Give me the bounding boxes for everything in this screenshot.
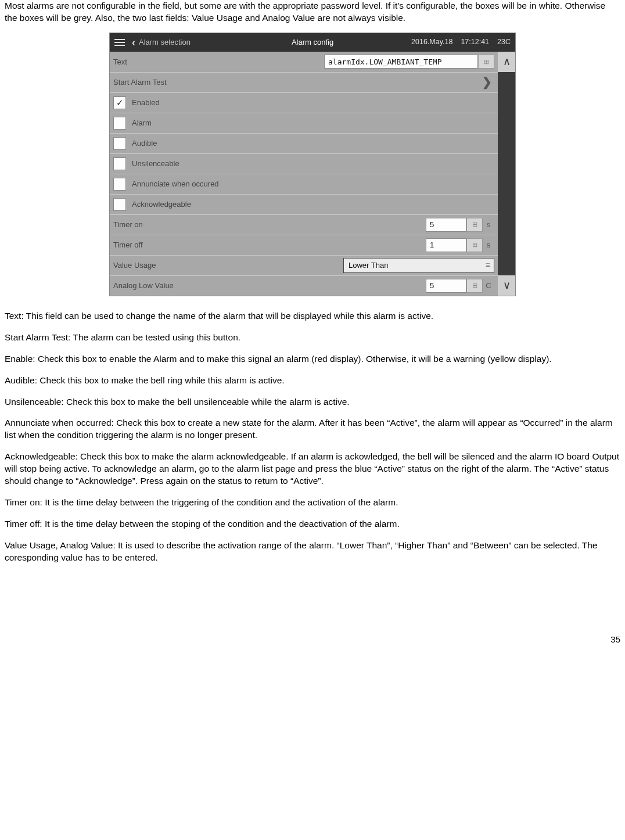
header-date: 2016.May.18 [411, 37, 452, 47]
text-input[interactable]: alarmIdx.LOW_AMBIANT_TEMP [324, 55, 478, 69]
desc-text: Text: This field can be used to change t… [5, 310, 620, 322]
chevron-right-icon: ❯ [482, 74, 494, 90]
enabled-checkbox[interactable]: ✓ [113, 96, 126, 109]
desc-audible: Audible: Check this box to make the bell… [5, 375, 620, 387]
desc-acknowledgeable: Acknowledgeable: Check this box to make … [5, 451, 620, 487]
row-value-usage: Value Usage Lower Than ≡ [110, 255, 498, 275]
analog-low-unit: C [483, 281, 494, 291]
timer-on-input[interactable]: 5 [426, 218, 466, 232]
acknowledgeable-label: Acknowledgeable [132, 199, 191, 210]
screen-title: Alarm config [292, 37, 333, 48]
value-usage-value: Lower Than [349, 260, 388, 271]
scroll-thumb[interactable] [498, 72, 515, 184]
desc-value-usage: Value Usage, Analog Value: It is used to… [5, 540, 620, 564]
analog-low-input[interactable]: 5 [426, 279, 466, 293]
desc-annunciate: Annunciate when occurred: Check this box… [5, 417, 620, 441]
unsilenceable-label: Unsilenceable [132, 159, 179, 169]
header-temp: 23C [497, 37, 511, 47]
screen-header: ‹ Alarm selection Alarm config 2016.May.… [110, 33, 515, 52]
analog-low-label: Analog Low Value [113, 281, 174, 291]
keypad-icon[interactable]: ⊞ [466, 238, 483, 252]
timer-off-label: Timer off [113, 240, 143, 250]
keypad-icon[interactable]: ⊞ [478, 55, 494, 69]
desc-timer-on: Timer on: It is the time delay between t… [5, 497, 620, 509]
desc-timer-off: Timer off: It is the time delay between … [5, 518, 620, 530]
acknowledgeable-checkbox[interactable] [113, 198, 126, 211]
timer-on-label: Timer on [113, 220, 143, 230]
audible-checkbox[interactable] [113, 137, 126, 150]
annunciate-checkbox[interactable] [113, 178, 126, 191]
row-alarm: Alarm [110, 113, 498, 133]
row-text: Text alarmIdx.LOW_AMBIANT_TEMP ⊞ [110, 52, 498, 72]
dropdown-icon: ≡ [486, 260, 490, 271]
header-time: 17:12:41 [461, 37, 489, 47]
config-panel: Text alarmIdx.LOW_AMBIANT_TEMP ⊞ Start A… [110, 52, 515, 296]
audible-label: Audible [132, 138, 157, 149]
row-acknowledgeable: Acknowledgeable [110, 194, 498, 214]
timer-off-unit: s [483, 240, 494, 250]
keypad-icon[interactable]: ⊞ [466, 218, 483, 232]
desc-unsilenceable: Unsilenceable: Check this box to make th… [5, 396, 620, 408]
row-unsilenceable: Unsilenceable [110, 153, 498, 174]
annunciate-label: Annunciate when occured [132, 179, 219, 189]
page-number: 35 [5, 634, 620, 645]
descriptions: Text: This field can be used to change t… [5, 310, 620, 564]
text-label: Text [113, 57, 127, 67]
enabled-label: Enabled [132, 98, 160, 108]
alarm-checkbox[interactable] [113, 117, 126, 130]
unsilenceable-checkbox[interactable] [113, 157, 126, 170]
breadcrumb[interactable]: Alarm selection [139, 37, 191, 48]
timer-off-input[interactable]: 1 [426, 238, 466, 252]
row-timer-on: Timer on 5 ⊞ s [110, 214, 498, 235]
scroll-track[interactable] [498, 72, 515, 275]
row-start-alarm-test[interactable]: Start Alarm Test ❯ [110, 72, 498, 92]
row-timer-off: Timer off 1 ⊞ s [110, 235, 498, 255]
start-alarm-test-label: Start Alarm Test [113, 77, 167, 88]
keypad-icon[interactable]: ⊞ [466, 279, 483, 293]
desc-start-alarm-test: Start Alarm Test: The alarm can be teste… [5, 332, 620, 344]
scroll-up-icon[interactable]: ∧ [498, 52, 515, 72]
row-annunciate: Annunciate when occured [110, 174, 498, 194]
scroll-column: ∧ ∨ [498, 52, 515, 296]
row-analog-low: Analog Low Value 5 ⊞ C [110, 275, 498, 296]
value-usage-label: Value Usage [113, 260, 156, 271]
alarm-config-screenshot: ‹ Alarm selection Alarm config 2016.May.… [109, 33, 516, 296]
value-usage-select[interactable]: Lower Than ≡ [343, 258, 494, 273]
desc-enable: Enable: Check this box to enable the Ala… [5, 353, 620, 365]
intro-paragraph: Most alarms are not configurable in the … [5, 0, 620, 24]
alarm-label: Alarm [132, 118, 152, 128]
menu-icon[interactable] [114, 39, 125, 46]
row-audible: Audible [110, 133, 498, 153]
back-icon[interactable]: ‹ [132, 35, 135, 49]
scroll-down-icon[interactable]: ∨ [498, 275, 515, 296]
timer-on-unit: s [483, 220, 494, 230]
row-enabled: ✓ Enabled [110, 92, 498, 113]
